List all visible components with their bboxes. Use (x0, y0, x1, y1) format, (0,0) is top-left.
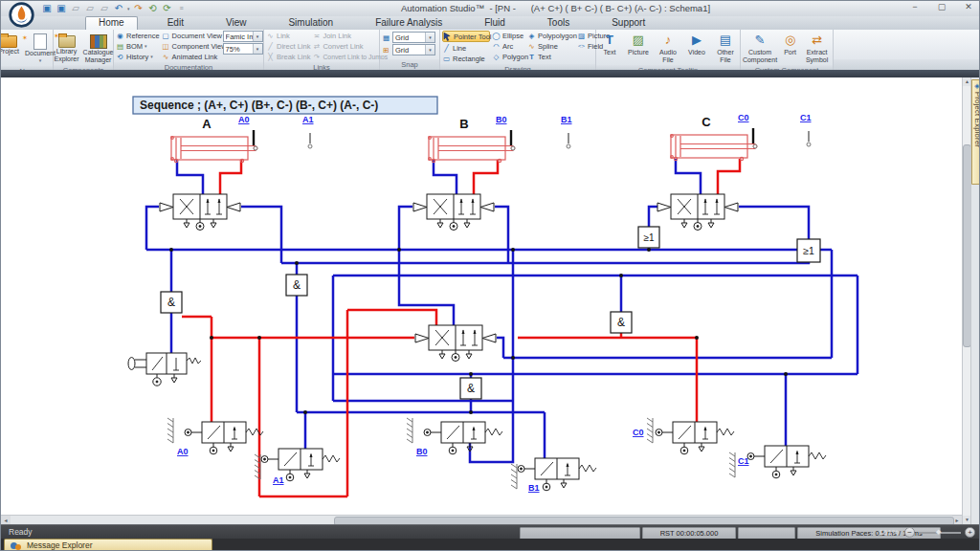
cylinder-C[interactable]: C C0 C1 (671, 113, 812, 161)
workspace2-icon[interactable]: ▣ (56, 3, 67, 14)
tooltip-video-button[interactable]: ▶Video (684, 31, 709, 57)
zoom-in-button[interactable]: + (965, 527, 975, 538)
copy-icon[interactable]: ▱ (84, 3, 96, 14)
rectangle-button[interactable]: ▭Rectangle (442, 54, 490, 63)
tooltip-picture-button[interactable]: ▨Picture (625, 31, 652, 57)
polygon-button[interactable]: ◇Polygon (492, 52, 525, 61)
limit-valve-B0[interactable]: B0 (407, 418, 502, 456)
bom-dropdown-icon[interactable]: ▾ (145, 43, 147, 49)
nav-back-icon[interactable]: ⟲ (147, 3, 159, 14)
document-dropdown-icon[interactable]: ▾ (39, 57, 42, 65)
template-combobox[interactable]: Famic Im▾ (223, 31, 263, 42)
component-view-button[interactable]: ◫Component View (162, 41, 221, 51)
cylinder-B-label: B (459, 117, 468, 131)
tab-view[interactable]: View (213, 16, 259, 30)
join-link-button[interactable]: ≍Join Link (312, 31, 379, 40)
tab-simulation[interactable]: Simulation (276, 16, 345, 30)
workspace-icon[interactable]: ▣ (41, 3, 53, 14)
undo-button[interactable]: ↶ (113, 3, 124, 14)
tab-support[interactable]: Support (599, 16, 657, 30)
new-project-button[interactable]: ✶ Project (0, 31, 20, 56)
paste-icon[interactable]: ▱ (70, 3, 81, 14)
tab-failure-analysis[interactable]: Failure Analysis (363, 16, 455, 30)
schematic-canvas[interactable]: Sequence ; (A+, C+) (B+, C-) (B-, C+) (A… (1, 77, 963, 515)
catalogue-manager-button[interactable]: Catalogue Manager (83, 31, 114, 64)
limit-valve-A0[interactable]: A0 (167, 418, 263, 456)
reference-button[interactable]: ◉Reference (116, 31, 160, 40)
project-explorer-tab[interactable]: ◈ Project Explorer (971, 79, 980, 185)
cylinder-B[interactable]: B B0 B1 (429, 115, 572, 163)
convert-link-jumps-button[interactable]: ↷Convert Link to Jumps (312, 52, 379, 61)
link-button[interactable]: ∿Link (266, 31, 310, 40)
sequence-title-box[interactable]: Sequence ; (A+, C+) (B+, C-) (B-, C+) (A… (133, 97, 437, 114)
snap-grid2-dropdown-icon[interactable]: ▾ (425, 45, 434, 55)
minimize-button[interactable]: − (908, 2, 922, 11)
history-dropdown-icon[interactable]: ▾ (150, 54, 153, 59)
pointer-tool-button[interactable]: Pointer Tool (442, 31, 490, 42)
snap-grid1-dropdown-icon[interactable]: ▾ (425, 33, 434, 42)
arc-button[interactable]: ◠Arc (492, 41, 525, 51)
app-logo-icon[interactable] (9, 2, 34, 28)
custom-component-button[interactable]: ✎Custom Component (743, 31, 777, 64)
maximize-button[interactable]: ▢ (935, 2, 948, 11)
direct-link-button[interactable]: ╱Direct Link (266, 41, 310, 51)
or-gate-1[interactable]: ≥1 (638, 227, 659, 248)
animated-link-button[interactable]: ∿Animated Link (162, 52, 221, 61)
limit-valve-B1[interactable]: B1 (511, 458, 596, 493)
bom-button[interactable]: ▤BOM▾ (116, 41, 160, 51)
snap-grid1-combobox[interactable]: Grid▾ (392, 32, 435, 43)
valve-5-2-A[interactable] (160, 194, 240, 231)
tab-tools[interactable]: Tools (535, 16, 582, 30)
doc-zoom-combobox[interactable]: 75%▾ (223, 43, 263, 55)
redo-button[interactable]: ↷ (133, 3, 145, 14)
spline-button[interactable]: ∿Spline (527, 41, 575, 51)
zoom-out-button[interactable]: − (904, 527, 915, 538)
nav-forward-icon[interactable]: ⟳ (162, 3, 173, 14)
tooltip-audio-button[interactable]: ♪Audio File (656, 31, 680, 64)
cylinder-A[interactable]: A A0 A1 (171, 115, 314, 163)
history-button[interactable]: ⟲History▾ (116, 52, 160, 61)
limit-valve-C0[interactable]: C0 (633, 418, 734, 454)
library-explorer-button[interactable]: Library Explorer (53, 31, 79, 63)
limit-valve-A1[interactable]: A1 (255, 449, 340, 485)
message-explorer-tab[interactable]: Message Explorer (4, 539, 212, 551)
convert-link-button[interactable]: ⇄Convert Link (312, 41, 379, 51)
port-button[interactable]: ◎Port (780, 31, 800, 57)
and-gate-2[interactable]: & (286, 275, 307, 296)
duplicate-icon[interactable]: ▱ (99, 3, 110, 14)
close-button[interactable]: ✕ (962, 2, 975, 11)
extract-symbol-button[interactable]: ⇄Extract Symbol (803, 31, 831, 64)
manual-push-button-valve[interactable] (128, 353, 201, 386)
tooltip-other-file-button[interactable]: ▤Other File (713, 31, 738, 64)
valve-5-2-C[interactable] (657, 194, 738, 231)
tab-home[interactable]: Home (85, 16, 138, 30)
zoom-slider-track[interactable]: ◆ (919, 532, 961, 534)
line-button[interactable]: ╱Line (442, 43, 490, 53)
zoom-slider-thumb[interactable]: ◆ (936, 528, 941, 536)
valve-5-2-B[interactable] (413, 194, 494, 231)
qat-more-icon[interactable]: ≡ (176, 3, 188, 14)
snap-grid2-combobox[interactable]: Grid▾ (392, 44, 435, 55)
polypolygon-button[interactable]: ◈Polypolygon (527, 31, 575, 40)
text-button[interactable]: TText (527, 52, 575, 61)
limit-valve-C1[interactable]: C1 (729, 446, 826, 478)
valve-5-2-mid[interactable] (415, 325, 496, 362)
and-gate-3[interactable]: & (460, 378, 481, 399)
break-link-button[interactable]: ╳Break Link (266, 52, 310, 61)
ribbon: ✶ Project ✶ Document ▾ New Library Explo… (1, 30, 980, 70)
tab-fluid[interactable]: Fluid (472, 16, 518, 30)
template-dropdown-icon[interactable]: ▾ (253, 32, 262, 41)
tooltip-text-button[interactable]: TText (598, 31, 621, 57)
tab-edit[interactable]: Edit (155, 16, 196, 30)
and-gate-4[interactable]: & (611, 312, 632, 333)
pneumatic-links-blue[interactable] (146, 159, 858, 462)
ellipse-button[interactable]: ◯Ellipse (492, 31, 525, 40)
new-document-button[interactable]: ✶ Document ▾ (24, 31, 56, 65)
undo-dropdown-icon[interactable]: ▾ (127, 6, 130, 11)
document-view-button[interactable]: ▢Document View (162, 31, 221, 40)
limit-valve-C0-label: C0 (633, 428, 644, 437)
and-gate-1[interactable]: & (161, 292, 182, 313)
doc-zoom-dropdown-icon[interactable]: ▾ (253, 44, 262, 54)
line-icon: ╱ (442, 44, 451, 53)
or-gate-2[interactable]: ≥1 (797, 239, 820, 262)
